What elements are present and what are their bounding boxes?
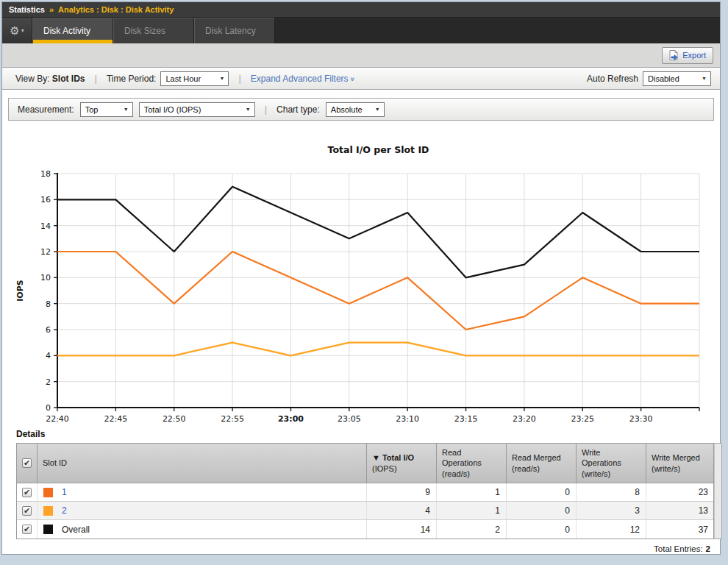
series-color-swatch — [43, 488, 53, 497]
header-cell-total-i-o[interactable]: ▼ Total I/O(IOPS) — [367, 444, 437, 483]
y-tick-label: 12 — [40, 247, 51, 257]
row-checkbox[interactable]: ✔ — [22, 525, 32, 534]
header-label: Read Operations — [442, 447, 501, 469]
header-sublabel: (read/s) — [512, 463, 571, 474]
iops-chart: Total I/O per Slot IDIOPS024681012141618… — [2, 120, 721, 427]
y-tick-label: 8 — [46, 299, 51, 309]
x-tick-label: 22:40 — [46, 414, 69, 424]
select-arrow-icon: ▼ — [124, 107, 129, 112]
value-cell: 13 — [646, 502, 714, 519]
table-row: ✔1910823 — [17, 483, 713, 502]
x-tick-label: 22:45 — [104, 414, 128, 424]
export-row: Export — [2, 43, 720, 67]
table-row: ✔Overall14201237 — [17, 520, 713, 539]
time-period-select[interactable]: Last Hour ▼ — [160, 71, 229, 86]
expand-advanced-filters-link[interactable]: Expand Advanced Filters» — [251, 74, 354, 84]
header-sublabel: (IOPS) — [372, 463, 431, 474]
series-line-Overall — [57, 187, 699, 278]
value-cell: 23 — [646, 483, 714, 501]
measurement-metric-selected: Total I/O (IOPS) — [144, 105, 201, 114]
slot-link[interactable]: 2 — [62, 505, 67, 516]
export-button-label: Export — [682, 51, 706, 60]
slot-id-cell: Overall — [38, 520, 367, 539]
chevron-down-icon: ▾ — [21, 27, 24, 34]
x-tick-label: 23:30 — [629, 414, 653, 424]
main-panel: Statistics » Analytics : Disk : Disk Act… — [1, 1, 721, 555]
chart-type-select[interactable]: Absolute ▼ — [326, 102, 385, 117]
header-cell-read-merged[interactable]: Read Merged(read/s) — [507, 444, 577, 483]
header-sublabel: (write/s) — [652, 463, 709, 474]
measurement-bar: Measurement: Top ▼ Total I/O (IOPS) ▼ | … — [8, 98, 714, 121]
export-document-icon — [669, 50, 679, 60]
slot-id-cell: 1 — [38, 483, 367, 501]
settings-menu-button[interactable]: ⚙ ▾ — [2, 18, 32, 43]
tab-disk-sizes[interactable]: Disk Sizes — [113, 18, 194, 43]
row-checkbox[interactable]: ✔ — [22, 488, 32, 497]
time-period-label: Time Period: — [107, 74, 157, 84]
header-label: Read Merged — [512, 452, 571, 463]
select-arrow-icon: ▼ — [246, 107, 251, 112]
y-tick-label: 0 — [46, 403, 51, 413]
row-checkbox-cell: ✔ — [17, 502, 38, 519]
y-tick-label: 16 — [40, 195, 51, 205]
value-cell: 0 — [507, 483, 577, 501]
measurement-label: Measurement: — [18, 104, 74, 115]
auto-refresh-label: Auto Refresh — [587, 74, 638, 84]
value-cell: 12 — [577, 520, 646, 539]
row-checkbox[interactable]: ✔ — [22, 506, 32, 516]
value-cell: 1 — [437, 483, 507, 501]
series-color-swatch — [43, 525, 53, 534]
row-checkbox-cell: ✔ — [17, 483, 38, 501]
x-tick-label: 23:00 — [278, 414, 304, 424]
measurement-metric-select[interactable]: Total I/O (IOPS) ▼ — [139, 102, 255, 117]
series-line-1 — [57, 252, 699, 330]
row-checkbox-cell: ✔ — [17, 520, 38, 539]
separator: | — [94, 73, 96, 84]
tab-disk-activity[interactable]: Disk Activity — [32, 18, 113, 43]
y-axis-label: IOPS — [15, 280, 25, 302]
y-tick-label: 10 — [40, 273, 51, 282]
slot-id-cell: 2 — [38, 502, 367, 519]
select-arrow-icon: ▼ — [375, 107, 380, 112]
table-scrollbar-track[interactable] — [714, 443, 722, 539]
advanced-filters-label: Expand Advanced Filters — [251, 74, 349, 84]
value-cell: 8 — [577, 483, 646, 501]
x-tick-label: 22:50 — [163, 414, 186, 424]
x-tick-label: 23:25 — [571, 414, 594, 424]
series-line-2 — [57, 343, 699, 356]
separator: | — [238, 73, 240, 84]
auto-refresh-select[interactable]: Disabled ▼ — [643, 71, 711, 86]
view-by-value: Slot IDs — [52, 74, 85, 84]
slot-label: Overall — [62, 525, 90, 535]
chart-type-label: Chart type: — [276, 104, 320, 115]
value-cell: 2 — [437, 520, 507, 539]
header-cell-read-operations[interactable]: Read Operations(read/s) — [437, 444, 507, 483]
x-tick-label: 23:10 — [396, 414, 419, 424]
total-entries-value: 2 — [706, 544, 710, 553]
auto-refresh-selected: Disabled — [648, 74, 679, 83]
value-cell: 3 — [577, 502, 646, 519]
view-by-label: View By: — [15, 74, 49, 84]
tab-disk-latency[interactable]: Disk Latency — [194, 18, 275, 43]
breadcrumb-separator: » — [49, 5, 54, 14]
select-arrow-icon: ▼ — [702, 76, 707, 81]
header-cell-slot-id[interactable]: Slot ID — [38, 444, 367, 483]
select-all-checkbox[interactable]: ✔ — [22, 458, 32, 468]
header-sublabel: (read/s) — [442, 469, 501, 479]
y-tick-label: 6 — [46, 325, 51, 335]
page-background: { "breadcrumb": { "root": "Statistics", … — [0, 0, 728, 565]
measurement-top-select[interactable]: Top ▼ — [80, 102, 133, 117]
table-body: ✔1910823✔2410313✔Overall14201237 — [17, 483, 713, 539]
breadcrumb-root[interactable]: Statistics — [9, 5, 45, 14]
slot-link[interactable]: 1 — [62, 487, 67, 497]
details-title: Details — [16, 429, 45, 439]
header-cell-write-merged[interactable]: Write Merged(write/s) — [646, 444, 714, 483]
x-tick-label: 22:55 — [221, 414, 244, 424]
header-cell-write-operations[interactable]: Write Operations(write/s) — [577, 444, 646, 483]
export-button[interactable]: Export — [662, 47, 713, 64]
select-arrow-icon: ▼ — [220, 76, 225, 81]
header-label: Slot ID — [43, 458, 361, 468]
time-period-selected: Last Hour — [165, 74, 201, 83]
header-checkbox-cell: ✔ — [17, 444, 38, 483]
y-tick-label: 2 — [46, 377, 51, 387]
